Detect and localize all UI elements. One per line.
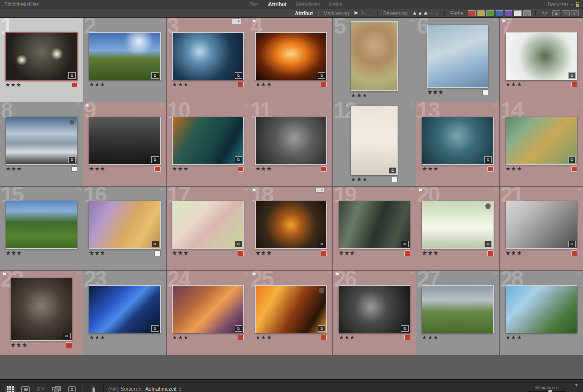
star-rating[interactable]: ★★★ xyxy=(506,335,523,340)
quick-collection-icon[interactable] xyxy=(485,203,491,209)
star-rating[interactable]: ★★★ xyxy=(172,82,189,87)
grid-cell[interactable]: 9 ⚑ ⚐ ⧉ ★★★ xyxy=(83,102,167,187)
photo-thumbnail[interactable]: ⧉ xyxy=(5,32,78,81)
flag-rejected-icon[interactable]: ⚑ xyxy=(368,11,373,16)
sort-direction-icon[interactable]: ( ᴬ⇵ᶻ ) xyxy=(108,387,118,392)
star-rating[interactable]: ★★★ xyxy=(506,82,523,87)
grid-cell[interactable]: 20 ⚑ ⚐ ⧉ ★★★ xyxy=(416,187,500,271)
master-photos-icon[interactable]: ▣ xyxy=(552,10,560,16)
quick-collection-icon[interactable] xyxy=(69,119,75,125)
star-rating[interactable]: ★★★ xyxy=(172,251,189,256)
color-swatch-1[interactable] xyxy=(477,10,485,16)
photo-thumbnail[interactable]: ⧉ xyxy=(89,201,161,249)
color-swatch-5[interactable] xyxy=(514,10,522,16)
grid-cell[interactable]: 14 ⚑ ⚐ ⧉ ★★★ xyxy=(500,102,583,187)
filmstrip-edge[interactable] xyxy=(0,379,583,383)
grid-cell[interactable]: 13 ⚑ ⚐ ⧉ ★★★ xyxy=(416,102,500,187)
quick-collection-icon[interactable] xyxy=(319,288,324,293)
slider-thumb[interactable] xyxy=(548,390,552,392)
edit-badge-icon[interactable]: ⧉ xyxy=(318,325,325,332)
flag-unflagged-icon[interactable]: ⚐ xyxy=(361,11,366,16)
edit-badge-icon[interactable]: ⧉ xyxy=(318,72,325,79)
unlock-icon[interactable] xyxy=(575,2,580,7)
photo-thumbnail[interactable]: ⧉ xyxy=(339,201,410,249)
photo-thumbnail[interactable]: ⧉ xyxy=(255,201,327,249)
grid-cell[interactable]: 15 ⚑ ⚐ ⧉ ★★★ xyxy=(0,187,83,271)
filter-tab-attribut[interactable]: Attribut xyxy=(268,2,286,7)
color-label-badge[interactable] xyxy=(321,335,327,340)
grid-cell[interactable]: 21 ⚑ ⚐ ⧉ ★★★ xyxy=(500,187,583,271)
photo-thumbnail[interactable]: ⧉ xyxy=(172,117,244,165)
stack-count-badge[interactable]: ☰ 4 xyxy=(232,19,241,24)
star-rating[interactable]: ★★★ xyxy=(422,167,439,171)
pick-flag-icon[interactable]: ⚑ xyxy=(334,271,340,278)
color-label-badge[interactable] xyxy=(321,166,327,172)
grid-cell[interactable]: 19 ⚑ ⚐ ⧉ ★★★ xyxy=(333,187,416,271)
star-rating[interactable]: ★★★ xyxy=(422,335,439,340)
photo-thumbnail[interactable]: ⧉ xyxy=(255,32,327,80)
color-swatch-3[interactable] xyxy=(496,10,503,16)
photo-thumbnail[interactable]: ⧉ xyxy=(506,117,577,165)
star-rating[interactable]: ★★★ xyxy=(6,167,23,171)
compare-view-icon[interactable]: XY xyxy=(35,385,47,392)
sort-dropdown-icon[interactable]: ▴▾ xyxy=(179,386,181,392)
photo-thumbnail[interactable]: ⧉ xyxy=(339,285,410,333)
color-label-badge[interactable] xyxy=(238,335,244,340)
videos-icon[interactable]: ▸ xyxy=(571,10,579,16)
color-label-badge[interactable] xyxy=(571,250,577,256)
edit-badge-icon[interactable]: ⧉ xyxy=(151,72,159,79)
filter-tab-metadaten[interactable]: Metadaten xyxy=(296,2,320,7)
color-label-badge[interactable] xyxy=(238,82,244,87)
star-rating[interactable]: ★★★ xyxy=(172,167,189,171)
edit-badge-icon[interactable]: ⧉ xyxy=(235,325,242,332)
photo-thumbnail[interactable]: ⧉ xyxy=(422,285,494,333)
star-rating[interactable]: ★★★ xyxy=(351,93,368,98)
edit-badge-icon[interactable]: ⧉ xyxy=(235,241,242,247)
grid-cell[interactable]: 11 ⚑ ⚐ ⧉ ★★★ xyxy=(250,102,333,187)
pick-flag-icon[interactable]: ⚑ xyxy=(2,271,7,278)
color-swatch-2[interactable] xyxy=(486,10,494,16)
grid-cell[interactable]: 4 ⚑ ⚐ ⧉ ★★★ xyxy=(250,18,333,102)
star-rating[interactable]: ★★★ xyxy=(255,335,272,340)
pick-flag-icon[interactable]: ⚑ xyxy=(252,187,257,194)
star-rating[interactable]: ★★★ xyxy=(255,167,272,171)
photo-thumbnail[interactable]: ⧉ xyxy=(506,201,577,249)
grid-cell[interactable]: 17 ⚑ ⚐ ⧉ ★★★ xyxy=(167,187,250,271)
photo-thumbnail[interactable]: ⧉ xyxy=(6,201,77,249)
pick-flag-icon[interactable]: ⚑ xyxy=(501,18,506,25)
grid-cell[interactable]: 2 ⚑ ⚐ ⧉ ★★★ xyxy=(83,18,167,102)
edit-badge-icon[interactable]: ⧉ xyxy=(151,156,159,163)
star-rating[interactable]: ★★★ xyxy=(6,251,23,256)
edit-badge-icon[interactable]: ⧉ xyxy=(235,156,242,163)
edit-badge-icon[interactable]: ⧉ xyxy=(151,325,159,332)
color-label-badge[interactable] xyxy=(154,250,161,256)
star-rating[interactable]: ★★★ xyxy=(89,82,106,87)
color-label-badge[interactable] xyxy=(571,82,577,87)
grid-cell[interactable]: 23 ⚑ ⚐ ⧉ ★★★ xyxy=(83,271,167,355)
photo-thumbnail[interactable]: ⧉ xyxy=(172,32,244,80)
edit-badge-icon[interactable]: ⧉ xyxy=(401,241,409,247)
edit-badge-icon[interactable]: ⧉ xyxy=(484,156,492,163)
people-view-icon[interactable] xyxy=(65,385,78,392)
color-label-badge[interactable] xyxy=(482,89,488,95)
grid-view-icon[interactable] xyxy=(4,385,16,392)
grid-cell[interactable]: 6 ⚑ ⚐ ⧉ ★★★ xyxy=(416,18,500,102)
color-label-badge[interactable] xyxy=(72,82,78,88)
sort-value[interactable]: Aufnahmezeit xyxy=(145,386,176,392)
grid-cell[interactable]: 10 ⚑ ⚐ ⧉ ★★★ xyxy=(167,102,250,187)
color-label-badge[interactable] xyxy=(238,250,244,256)
photo-thumbnail[interactable]: ⧉ xyxy=(351,21,398,91)
star-rating[interactable]: ★★★ xyxy=(5,83,22,87)
grid-cell[interactable]: 3 ⚑ ☰ 4 ⚐ ⧉ ★★★ xyxy=(167,18,250,102)
edit-badge-icon[interactable]: ⧉ xyxy=(151,241,159,247)
color-swatch-4[interactable] xyxy=(505,10,512,16)
filter-preset-group[interactable]: Benutzer ▾ xyxy=(548,0,580,9)
edit-badge-icon[interactable]: ⧉ xyxy=(63,333,71,339)
pick-flag-icon[interactable]: ⚑ xyxy=(252,18,257,25)
star-rating[interactable]: ★★★ xyxy=(172,335,189,340)
pick-flag-icon[interactable]: ⚑ xyxy=(85,103,90,109)
photo-thumbnail[interactable]: ⧉ xyxy=(427,25,488,88)
color-label-badge[interactable] xyxy=(571,166,577,172)
grid-cell[interactable]: 26 ⚑ ⚐ ⧉ ★★★ xyxy=(333,271,416,355)
survey-view-icon[interactable] xyxy=(50,385,62,392)
